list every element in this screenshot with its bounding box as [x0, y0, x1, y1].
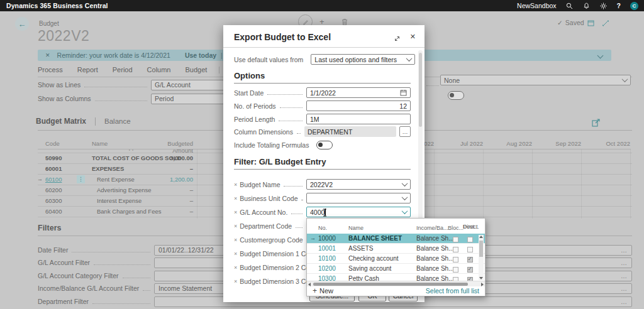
- chevron-down-icon: [406, 55, 413, 62]
- lookup-footer: + New Select from full list: [307, 285, 485, 296]
- remove-filter-icon[interactable]: ×: [234, 264, 237, 271]
- top-bar: Dynamics 365 Business Central NewSandbox…: [0, 0, 644, 11]
- period-length-field[interactable]: 1M: [306, 114, 411, 124]
- scroll-down-icon: [479, 277, 483, 279]
- blocked-checkbox[interactable]: [453, 247, 458, 252]
- include-totaling-row: Include Totaling Formulas: [234, 139, 411, 150]
- settings-gear-icon[interactable]: [600, 2, 608, 9]
- direct-posting-checkbox[interactable]: [467, 247, 473, 252]
- remove-filter-icon[interactable]: ×: [234, 195, 237, 202]
- column-dimensions-assist-button[interactable]: …: [399, 126, 411, 137]
- default-values-row: Use default values from Last used option…: [234, 54, 411, 65]
- remove-filter-icon[interactable]: ×: [234, 237, 237, 243]
- blocked-checkbox[interactable]: [453, 267, 458, 273]
- business-unit-row: × Business Unit Code: [234, 193, 411, 203]
- lookup-col-no: No.: [318, 225, 327, 231]
- lookup-row-selected[interactable]: → 10000 BALANCE SHEET Balance Sh...: [307, 234, 485, 244]
- default-values-select[interactable]: Last used options and filters: [311, 54, 415, 65]
- blocked-checkbox[interactable]: [453, 237, 458, 242]
- remove-filter-icon[interactable]: ×: [234, 223, 237, 229]
- avatar[interactable]: C: [630, 2, 638, 10]
- plus-icon: +: [313, 286, 317, 295]
- scroll-up-icon: [479, 236, 483, 238]
- expand-dialog-icon[interactable]: [394, 33, 401, 45]
- direct-posting-checkbox[interactable]: [467, 257, 473, 263]
- blocked-checkbox[interactable]: [453, 257, 458, 263]
- app-window: Dynamics 365 Business Central NewSandbox…: [0, 0, 644, 309]
- lookup-vertical-scrollbar[interactable]: [479, 235, 484, 280]
- environment-name[interactable]: NewSandbox: [517, 2, 556, 9]
- no-of-periods-field[interactable]: 12: [306, 100, 411, 111]
- lookup-row[interactable]: 10001 ASSETS Balance Sh...: [307, 244, 485, 254]
- remove-filter-icon[interactable]: ×: [234, 251, 237, 257]
- budget-name-row: × Budget Name 2022V2: [234, 179, 411, 190]
- remove-filter-icon[interactable]: ×: [234, 182, 237, 188]
- search-icon[interactable]: [566, 2, 574, 9]
- select-from-full-list-link[interactable]: Select from full list: [426, 287, 479, 295]
- chevron-down-icon: [402, 180, 408, 187]
- app-title: Dynamics 365 Business Central: [6, 2, 108, 9]
- help-icon[interactable]: ?: [617, 2, 621, 9]
- lookup-row[interactable]: 10200 Saving account Balance Sh...: [307, 264, 485, 274]
- no-of-periods-row: No. of Periods 12: [234, 100, 411, 111]
- direct-posting-checkbox[interactable]: [467, 237, 473, 242]
- dialog-title: Export Budget to Excel: [234, 32, 331, 42]
- remove-filter-icon[interactable]: ×: [234, 278, 237, 285]
- new-record-link[interactable]: + New: [313, 286, 333, 295]
- include-totaling-toggle[interactable]: [316, 141, 333, 149]
- notifications-bell-icon[interactable]: [583, 2, 591, 9]
- lookup-col-income: Income/Ba...: [416, 225, 448, 231]
- column-dimensions-row: Column Dimensions DEPARTMENT …: [234, 126, 411, 137]
- lookup-rows: → 10000 BALANCE SHEET Balance Sh... 1000…: [307, 234, 485, 284]
- lookup-header-row: No. Name Income/Ba... Bloc... Direct Pos…: [307, 219, 485, 234]
- chevron-down-icon: [402, 208, 408, 214]
- calendar-icon[interactable]: [400, 89, 407, 96]
- lookup-row[interactable]: 10100 Checking account Balance Sh...: [307, 254, 485, 264]
- direct-posting-checkbox[interactable]: [467, 267, 473, 273]
- start-date-field[interactable]: 1/1/2022: [306, 87, 411, 98]
- close-dialog-icon[interactable]: ✕: [410, 33, 416, 41]
- budget-name-select[interactable]: 2022V2: [306, 179, 411, 190]
- column-dimensions-field[interactable]: DEPARTMENT: [304, 126, 396, 137]
- lookup-col-name: Name: [348, 225, 364, 231]
- gl-account-lookup-dropdown: No. Name Income/Ba... Bloc... Direct Pos…: [306, 218, 486, 296]
- lookup-col-blocked: Bloc...: [448, 225, 464, 231]
- remove-filter-icon[interactable]: ×: [234, 209, 237, 215]
- filter-section-heading: Filter: G/L Budget Entry: [234, 157, 326, 166]
- chevron-down-icon: [402, 194, 408, 200]
- start-date-row: Start Date 1/1/2022: [234, 87, 411, 98]
- options-heading: Options: [234, 71, 265, 80]
- business-unit-select[interactable]: [306, 193, 411, 203]
- current-row-arrow-icon: →: [310, 235, 318, 241]
- period-length-row: Period Length 1M: [234, 114, 411, 124]
